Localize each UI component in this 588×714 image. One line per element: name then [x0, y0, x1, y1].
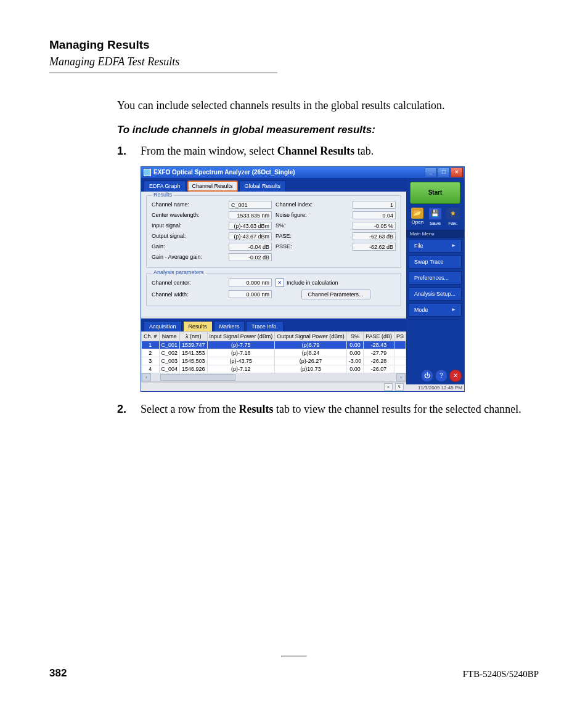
table-cell: (p)-7.12 [207, 365, 275, 373]
tab-acquisition[interactable]: Acquisition [144, 321, 182, 331]
table-cell: -28.43 [364, 341, 394, 349]
results-table[interactable]: Ch. # Name λ (nm) Input Signal Power (dB… [141, 331, 406, 373]
main-menu-header: Main Menu [406, 230, 464, 238]
procedure-heading: To include channels in global measuremen… [117, 124, 539, 136]
table-cell: 2 [142, 349, 160, 357]
col-pase[interactable]: PASE (dB) [364, 331, 394, 341]
col-lambda[interactable]: λ (nm) [180, 331, 208, 341]
table-cell: 0.00 [346, 365, 364, 373]
table-cell: (p)-26.27 [275, 357, 347, 365]
product-model: FTB-5240S/5240BP [463, 669, 539, 680]
label-channel-name: Channel name: [152, 201, 225, 208]
label-gain-avg: Gain - Average gain: [152, 254, 225, 260]
analysis-legend: Analysis parameters [152, 269, 206, 275]
tab-edfa-graph[interactable]: EDFA Graph [144, 181, 186, 192]
table-cell: 1 [142, 341, 160, 349]
maximize-button[interactable]: □ [438, 168, 450, 177]
col-output-power[interactable]: Output Signal Power (dBm) [275, 331, 347, 341]
col-ps[interactable]: PS [394, 331, 406, 341]
tab-results[interactable]: Results [183, 321, 213, 331]
table-cell: 1546.926 [180, 365, 208, 373]
table-cell [394, 365, 406, 373]
table-row[interactable]: 1C_0011539.747(p)-7.75(p)6.790.00-28.43 [142, 341, 406, 349]
col-input-power[interactable]: Input Signal Power (dBm) [207, 331, 275, 341]
label-noise-figure: Noise figure: [276, 212, 349, 218]
table-cell: 1541.353 [180, 349, 208, 357]
scroll-left-icon[interactable]: ‹ [142, 373, 151, 381]
include-in-calculation-checkbox[interactable]: ✕ [276, 278, 284, 287]
value-center-wavelength: 1533.835 nm [229, 211, 272, 219]
close-button[interactable]: × [451, 168, 463, 177]
folder-open-icon: 📂 [411, 208, 423, 219]
value-pase: -62.63 dB [353, 232, 396, 240]
horizontal-scrollbar[interactable]: ‹ › [141, 373, 406, 382]
menu-analysis-setup[interactable]: Analysis Setup... [409, 287, 462, 301]
titlebar[interactable]: EXFO Optical Spectrum Analyzer (26Oct_Si… [141, 167, 464, 178]
table-cell [394, 349, 406, 357]
table-cell: 1545.503 [180, 357, 208, 365]
table-cell: (p)-43.75 [207, 357, 275, 365]
save-button[interactable]: 💾 Save [428, 208, 443, 226]
tab-markers[interactable]: Markers [214, 321, 245, 331]
step-1: 1. From the main window, select Channel … [117, 144, 539, 158]
label-center-wavelength: Center wavelength: [152, 212, 225, 218]
step-number: 2. [117, 402, 131, 416]
col-name[interactable]: Name [159, 331, 180, 341]
scroll-right-icon[interactable]: › [396, 373, 406, 381]
table-row[interactable]: 2C_0021541.353(p)-7.18(p)8.240.00-27.79 [142, 349, 406, 357]
label-input-signal: Input signal: [152, 222, 225, 229]
col-spercent[interactable]: S% [346, 331, 364, 341]
table-row[interactable]: 4C_0041546.926(p)-7.12(p)10.730.00-26.07 [142, 365, 406, 373]
help-icon[interactable]: ? [435, 370, 447, 382]
page-subheading: Managing EDFA Test Results [49, 55, 539, 68]
exit-icon[interactable]: ✕ [449, 370, 462, 382]
window-title: EXFO Optical Spectrum Analyzer (26Oct_Si… [153, 169, 295, 176]
power-icon[interactable]: ⏻ [421, 370, 433, 382]
analysis-parameters-group: Analysis parameters Channel center: 0.00… [146, 273, 401, 306]
results-legend: Results [152, 192, 174, 198]
page-number: 382 [49, 667, 67, 680]
menu-mode[interactable]: Mode► [409, 303, 462, 317]
label-psse: PSSE: [276, 243, 349, 249]
table-cell: -27.79 [364, 349, 394, 357]
table-cell: (p)-7.75 [207, 341, 275, 349]
start-button[interactable]: Start [410, 182, 460, 204]
table-cell: (p)8.24 [275, 349, 347, 357]
timestamp: 11/3/2009 12:45 PM [406, 384, 464, 391]
results-group: Results Channel name: C_001 Channel inde… [146, 195, 401, 268]
table-cell: -26.07 [364, 365, 394, 373]
heading-rule [49, 72, 277, 73]
menu-preferences[interactable]: Preferences... [409, 271, 462, 285]
table-cell: 4 [142, 365, 160, 373]
app-window: EXFO Optical Spectrum Analyzer (26Oct_Si… [141, 166, 465, 392]
tab-trace-info[interactable]: Trace Info. [246, 321, 284, 331]
tab-channel-results[interactable]: Channel Results [187, 181, 238, 192]
open-button[interactable]: 📂 Open [410, 208, 425, 226]
col-ch[interactable]: Ch. # [142, 331, 160, 341]
table-cell: (p)-7.18 [207, 349, 275, 357]
menu-file[interactable]: File► [409, 239, 462, 253]
chevron-right-icon: ► [451, 243, 456, 248]
favorites-button[interactable]: ★ Fav. [446, 208, 460, 226]
value-channel-center: 0.000 nm [229, 278, 272, 286]
intro-paragraph: You can include selected channels result… [117, 98, 539, 113]
label-output-signal: Output signal: [152, 233, 225, 239]
channel-parameters-button[interactable]: Channel Parameters... [301, 290, 370, 299]
value-output-signal: (p)-43.67 dBm [229, 232, 272, 240]
table-cell: (p)10.73 [275, 365, 347, 373]
tab-global-results[interactable]: Global Results [239, 181, 287, 192]
scroll-thumb[interactable] [160, 374, 235, 381]
value-spercent: -0.05 % [353, 222, 396, 230]
label-gain: Gain: [152, 243, 225, 249]
table-cell: C_002 [159, 349, 180, 357]
value-gain: -0.04 dB [229, 243, 272, 251]
lower-tabs: Acquisition Results Markers Trace Info. [141, 318, 406, 331]
minimize-button[interactable]: _ [425, 168, 437, 177]
table-row[interactable]: 3C_0031545.503(p)-43.75(p)-26.27-3.00-26… [142, 357, 406, 365]
status-icon-2: ↯ [395, 383, 404, 391]
app-icon [144, 169, 151, 176]
table-cell: -26.28 [364, 357, 394, 365]
menu-swap-trace[interactable]: Swap Trace [409, 255, 462, 269]
value-channel-name: C_001 [229, 201, 272, 209]
table-cell: C_003 [159, 357, 180, 365]
